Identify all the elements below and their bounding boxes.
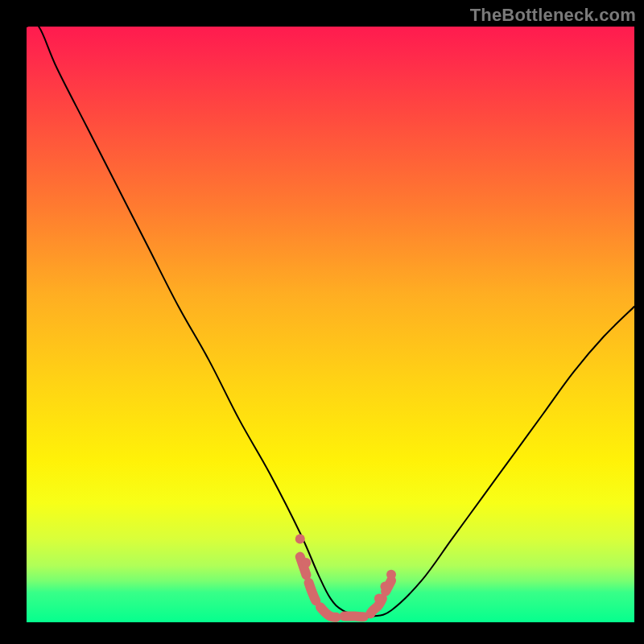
highlight-dot <box>380 582 390 592</box>
gradient-background <box>27 27 634 622</box>
chart-container: TheBottleneck.com <box>0 0 644 644</box>
highlight-dot <box>301 558 311 568</box>
highlight-dot <box>374 593 384 603</box>
highlight-dot <box>386 570 396 580</box>
highlight-dot <box>295 534 305 543</box>
bottleneck-chart <box>0 0 644 644</box>
attribution-label: TheBottleneck.com <box>470 5 636 26</box>
